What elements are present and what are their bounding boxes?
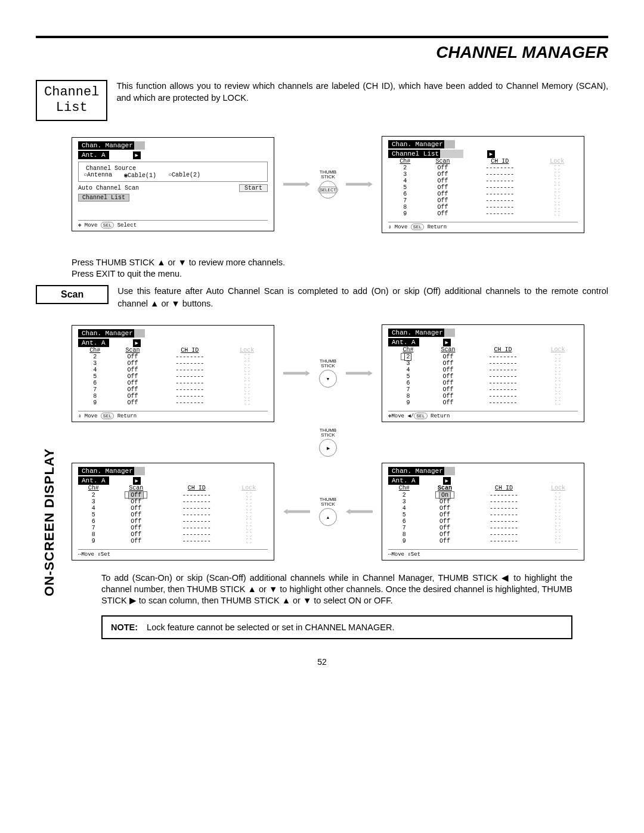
table-row: 4Off--------⛶: [388, 505, 578, 512]
svg-marker-5: [306, 371, 311, 376]
radio-cable1[interactable]: ◉Cable(1): [124, 172, 156, 179]
thumbstick-icon: THUMB STICK SELECT: [319, 170, 337, 199]
table-row: 3Off--------⛶: [388, 498, 578, 505]
osd-panel-c: Chan. Manager Ant. A▶Ch#ScanCH IDLock2Of…: [72, 463, 274, 561]
table-row: 9Off--------⛶: [388, 400, 578, 406]
table-row: 4Off--------⛶: [388, 178, 578, 184]
table-row: 5Off--------⛶: [388, 184, 578, 191]
table-row: 3Off--------⛶: [78, 498, 268, 505]
table-row: 2Off--------⛶: [388, 353, 578, 360]
thumbstick-down-icon: THUMB STICK ▼: [319, 359, 337, 388]
table-row: 9Off--------⛶: [388, 538, 578, 544]
osd-panel-a: Chan. Manager Ant. A▶Ch#ScanCH IDLock2Of…: [72, 325, 274, 422]
table-row: 9Off--------⛶: [78, 400, 268, 406]
channel-list-desc: This function allows you to review which…: [116, 80, 608, 104]
note-label: NOTE:: [111, 623, 138, 632]
svg-marker-11: [346, 509, 351, 515]
svg-marker-3: [369, 182, 373, 187]
osd-panel-channel-list: Chan. Manager Channel List ▶Ch#ScanCH ID…: [382, 136, 584, 233]
scan-instructions: To add (Scan-On) or skip (Scan-Off) addi…: [101, 572, 572, 606]
review-instructions: Press THUMB STICK ▲ or ▼ to review more …: [72, 257, 572, 280]
table-row: 8Off--------⛶: [388, 204, 578, 210]
table-row: 6Off--------⛶: [78, 518, 268, 525]
table-row: 7Off--------⛶: [78, 386, 268, 393]
channel-source-title: Channel Source: [83, 165, 138, 172]
note-box: NOTE: Lock feature cannot be selected or…: [101, 615, 572, 639]
start-button[interactable]: Start: [239, 184, 268, 192]
page-number: 52: [36, 657, 608, 667]
table-row: 9Off--------⛶: [388, 210, 578, 217]
channel-list-label: Channel List: [36, 80, 107, 121]
svg-marker-7: [369, 371, 373, 376]
channel-list-button[interactable]: Channel List: [78, 194, 129, 202]
table-row: 2Off--------⛶: [388, 165, 578, 171]
table-row: 8Off--------⛶: [78, 531, 268, 538]
table-row: 7Off--------⛶: [78, 525, 268, 531]
channel-table: Ch#ScanCH IDLock2On--------⛶3Off--------…: [388, 485, 578, 544]
thumbstick-right-icon: THUMB STICK ▶: [319, 428, 337, 457]
radio-antenna[interactable]: ○Antenna: [83, 172, 112, 179]
table-row: 5Off--------⛶: [388, 512, 578, 518]
table-row: 2Off--------⛶: [78, 354, 268, 360]
table-row: 7Off--------⛶: [388, 525, 578, 531]
table-row: 9Off--------⛶: [78, 538, 268, 544]
table-row: 2Off--------⛶: [78, 491, 268, 498]
osd-panel-d: Chan. Manager Ant. A▶Ch#ScanCH IDLock2On…: [382, 463, 584, 561]
table-row: 6Off--------⛶: [388, 518, 578, 525]
table-row: 7Off--------⛶: [388, 197, 578, 204]
table-row: 3Off--------⛶: [388, 171, 578, 178]
table-row: 4Off--------⛶: [78, 367, 268, 373]
table-row: 8Off--------⛶: [388, 393, 578, 400]
arrow-right-icon: [346, 184, 373, 185]
osd-panel-b: Chan. Manager Ant. A▶Ch#ScanCH IDLock2Of…: [382, 324, 584, 422]
channel-table: Ch#ScanCH IDLock2Off--------⛶3Off-------…: [388, 158, 578, 217]
note-text: Lock feature cannot be selected or set i…: [147, 623, 394, 632]
table-row: 8Off--------⛶: [388, 531, 578, 538]
table-row: 6Off--------⛶: [78, 380, 268, 386]
svg-marker-1: [306, 182, 311, 187]
scan-label: Scan: [36, 285, 109, 304]
thumbstick-up-icon: THUMB STICK ▲: [319, 497, 337, 526]
table-row: 3Off--------⛶: [78, 360, 268, 367]
table-row: 6Off--------⛶: [388, 191, 578, 197]
table-row: 5Off--------⛶: [78, 373, 268, 380]
osd-subtab: Ant. A: [78, 151, 109, 159]
channel-table: Ch#ScanCH IDLock2Off--------⛶3Off-------…: [388, 346, 578, 406]
table-row: 3Off--------⛶: [388, 360, 578, 367]
table-row: 5Off--------⛶: [388, 373, 578, 380]
osd-tab: Chan. Manager: [78, 141, 137, 150]
radio-cable2[interactable]: ○Cable(2): [168, 172, 200, 179]
scan-desc: Use this feature after Auto Channel Scan…: [117, 285, 608, 309]
table-row: 2On--------⛶: [388, 491, 578, 498]
channel-table: Ch#ScanCH IDLock2Off--------⛶3Off-------…: [78, 347, 268, 406]
page-header: CHANNEL MANAGER: [36, 43, 608, 62]
osd-panel-chan-manager: Chan. Manager Ant. A▶ Channel Source ○An…: [72, 137, 274, 231]
channel-table: Ch#ScanCH IDLock2Off--------⛶3Off-------…: [78, 485, 268, 544]
table-row: 6Off--------⛶: [388, 380, 578, 386]
table-row: 5Off--------⛶: [78, 512, 268, 518]
side-section-label: ON-SCREEN DISPLAY: [42, 448, 57, 596]
table-row: 7Off--------⛶: [388, 386, 578, 393]
table-row: 4Off--------⛶: [388, 367, 578, 373]
arrow-right-icon: [283, 184, 310, 185]
table-row: 4Off--------⛶: [78, 505, 268, 512]
svg-marker-9: [283, 509, 288, 515]
auto-channel-scan-label: Auto Channel Scan: [78, 185, 139, 191]
table-row: 8Off--------⛶: [78, 393, 268, 400]
